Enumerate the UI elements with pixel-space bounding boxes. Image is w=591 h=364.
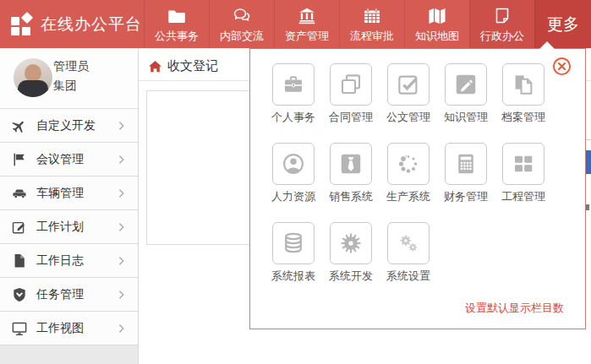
app-label: 系统设置: [386, 269, 430, 284]
avatar: [14, 58, 52, 97]
app-system-reports[interactable]: 系统报表: [265, 222, 322, 284]
breadcrumb-label: 收文登记: [167, 58, 218, 74]
calendar-icon: [362, 5, 382, 27]
app-label: 系统报表: [271, 269, 315, 284]
sidebar-item-label: 工作视图: [36, 321, 116, 336]
app-window: 在线办公平台 公共事务 内部交流 资产管理: [0, 0, 591, 364]
app-label: 合同管理: [329, 110, 373, 125]
topbar-item-public-affairs[interactable]: 公共事务: [144, 0, 209, 48]
app-label: 工程管理: [501, 189, 545, 204]
user-card[interactable]: 管理员 集团: [0, 48, 138, 109]
app-human-resources[interactable]: 人力资源: [265, 143, 322, 204]
app-label: 财务管理: [444, 189, 488, 204]
topbar-item-label: 资产管理: [285, 29, 329, 44]
chevron-right-icon: [116, 289, 128, 301]
chevron-right-icon: [116, 221, 128, 233]
map-icon: [427, 5, 447, 27]
chevron-right-icon: [116, 187, 128, 199]
database-icon: [272, 222, 315, 264]
sidebar-menu: 自定义开发 会议管理 车辆管理 工: [0, 109, 138, 345]
gears-icon: [387, 222, 430, 264]
app-title: 在线办公平台: [41, 14, 142, 35]
topbar-item-knowledge-map[interactable]: 知识地图: [404, 0, 469, 48]
background-text-fragment: [586, 204, 589, 210]
app-label: 人力资源: [271, 189, 315, 204]
app-project-management[interactable]: 工程管理: [495, 143, 552, 204]
topbar-item-label: 内部交流: [220, 29, 264, 44]
set-default-columns-link[interactable]: 设置默认显示栏目数: [465, 301, 564, 316]
file-icon: [11, 253, 28, 269]
logo-icon: [11, 13, 34, 35]
app-label: 系统开发: [329, 269, 373, 284]
more-button-label: 更多: [547, 14, 579, 35]
app-logo[interactable]: 在线办公平台: [0, 0, 144, 48]
app-finance-management[interactable]: 财务管理: [437, 143, 495, 204]
chevron-right-icon: [116, 154, 128, 166]
pencil-icon: [445, 63, 487, 106]
app-label: 档案管理: [501, 110, 545, 125]
sidebar-item-label: 任务管理: [36, 287, 116, 302]
app-sales-system[interactable]: 销售系统: [322, 143, 380, 204]
folder-icon: [167, 5, 187, 27]
app-production-system[interactable]: 生产系统: [380, 143, 437, 204]
shield-icon: [11, 286, 28, 303]
flag-icon: [11, 151, 28, 168]
sidebar-filler: [0, 345, 138, 364]
sidebar-item-vehicle-management[interactable]: 车辆管理: [0, 177, 138, 210]
app-knowledge-management[interactable]: 知识管理: [437, 63, 495, 125]
home-icon: [148, 60, 162, 73]
sidebar-item-work-plan[interactable]: 工作计划: [0, 210, 138, 244]
sidebar-item-label: 工作日志: [36, 253, 116, 269]
app-label: 知识管理: [444, 110, 488, 125]
topbar-item-label: 知识地图: [415, 29, 459, 44]
app-archive-management[interactable]: 档案管理: [495, 63, 552, 125]
app-contract-management[interactable]: 合同管理: [322, 63, 380, 125]
app-document-management[interactable]: 公文管理: [380, 63, 437, 125]
copy-icon: [330, 63, 372, 106]
check-square-icon: [387, 63, 430, 106]
topbar-item-workflow-approval[interactable]: 流程审批: [339, 0, 404, 48]
app-system-settings[interactable]: 系统设置: [380, 222, 437, 284]
sidebar-item-work-view[interactable]: 工作视图: [0, 312, 138, 345]
briefcase-icon: [272, 63, 315, 106]
car-icon: [11, 185, 28, 202]
topbar-item-label: 公共事务: [155, 29, 199, 44]
sidebar-item-label: 车辆管理: [36, 186, 116, 201]
sidebar-item-work-log[interactable]: 工作日志: [0, 244, 138, 278]
sidebar-item-task-management[interactable]: 任务管理: [0, 278, 138, 312]
bank-icon: [297, 5, 317, 27]
sidebar-item-meeting-management[interactable]: 会议管理: [0, 143, 138, 177]
documents-icon: [502, 63, 544, 106]
grid-icon: [502, 143, 544, 185]
app-grid: 个人事务 合同管理 公文管理 知识管理: [265, 63, 572, 302]
user-circle-icon: [272, 143, 315, 185]
chat-icon: [232, 5, 252, 27]
monitor-icon: [11, 320, 28, 337]
topbar-item-administrative-office[interactable]: 行政办公: [469, 0, 534, 48]
app-personal-affairs[interactable]: 个人事务: [265, 63, 322, 125]
topbar-item-label: 行政办公: [480, 29, 524, 44]
sidebar: 管理员 集团 自定义开发 会议管理: [0, 48, 139, 364]
app-system-development[interactable]: 系统开发: [322, 222, 380, 284]
gear-icon: [330, 222, 372, 264]
topbar-nav: 公共事务 内部交流 资产管理 流程审批: [144, 0, 534, 48]
app-label: 公文管理: [386, 110, 430, 125]
chevron-right-icon: [116, 323, 128, 334]
calculator-icon: [445, 143, 487, 185]
breadcrumb: 收文登记: [148, 58, 218, 74]
app-label: 个人事务: [271, 110, 315, 125]
document-icon: [492, 5, 512, 27]
topbar-item-internal-communication[interactable]: 内部交流: [209, 0, 274, 48]
sidebar-item-label: 会议管理: [36, 152, 116, 167]
spinner-icon: [387, 143, 430, 185]
user-org: 集团: [53, 79, 77, 94]
user-name: 管理员: [53, 59, 89, 74]
more-apps-popup: 个人事务 合同管理 公文管理 知识管理: [249, 48, 586, 329]
topbar: 在线办公平台 公共事务 内部交流 资产管理: [0, 0, 591, 48]
app-label: 销售系统: [329, 189, 373, 204]
tie-icon: [330, 143, 372, 185]
topbar-item-asset-management[interactable]: 资产管理: [274, 0, 339, 48]
chevron-right-icon: [116, 120, 128, 132]
topbar-item-label: 流程审批: [350, 29, 394, 44]
sidebar-item-custom-development[interactable]: 自定义开发: [0, 109, 138, 143]
